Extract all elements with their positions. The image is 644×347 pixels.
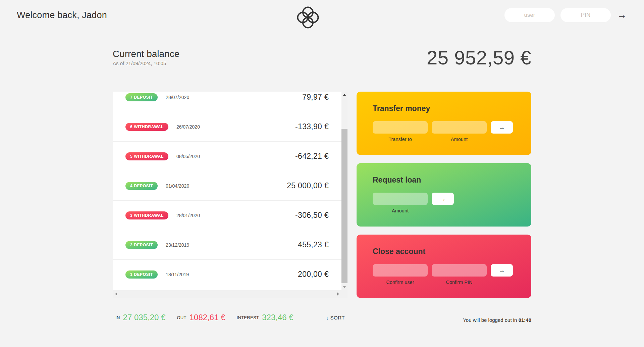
movement-date: 18/11/2019 [166,272,189,277]
bank-logo-icon [297,6,319,29]
loan-title: Request loan [373,176,515,185]
transfer-title: Transfer money [373,104,515,113]
movement-amount: -133,90 € [295,122,329,131]
movement-type-badge: 2 DEPOSIT [125,241,158,249]
login-user-input[interactable] [504,8,555,22]
app-main: Current balance As of 21/09/2024, 10:05 … [113,42,531,323]
close-pin-label: Confirm PIN [446,280,473,285]
summary-in-label: IN [115,315,120,320]
close-pin-input[interactable] [432,264,487,277]
login-form: → [504,8,627,22]
loan-submit-button[interactable]: → [432,193,454,205]
movement-type-badge: 4 DEPOSIT [125,182,158,190]
logout-timer: You will be logged out in 01:40 [357,317,531,323]
movement-row: 3 WITHDRAWAL 28/01/2020 -306,50 € [113,201,341,230]
scrollbar-corner [341,290,347,298]
movement-amount: 455,23 € [298,240,329,249]
summary-interest-value: 323,46 € [262,313,293,322]
movement-amount: -642,21 € [295,152,329,161]
summary-interest: INTEREST 323,46 € [237,313,293,322]
logout-timer-text: You will be logged out in [463,317,518,323]
movement-type-badge: 6 WITHDRAWAL [125,123,168,131]
transfer-to-input[interactable] [373,121,428,134]
movements-column: 7 DEPOSIT 28/07/2020 79,97 € 6 WITHDRAWA… [113,92,347,322]
transfer-form: Transfer to Amount → [373,121,515,142]
vertical-scrollbar[interactable] [341,92,347,290]
scroll-left-icon[interactable] [115,292,117,296]
movement-date: 01/04/2020 [166,183,189,189]
movement-type-badge: 5 WITHDRAWAL [125,152,168,160]
transfer-amount-label: Amount [451,137,468,142]
balance-value: 25 952,59 € [427,46,531,69]
close-user-label: Confirm user [386,280,414,285]
movement-date: 08/05/2020 [176,154,200,159]
movement-row: 6 WITHDRAWAL 26/07/2020 -133,90 € [113,112,341,142]
movement-date: 23/12/2019 [166,242,189,248]
summary-out-label: OUT [177,315,186,320]
summary-out-value: 1082,61 € [190,313,225,322]
movements-list: 7 DEPOSIT 28/07/2020 79,97 € 6 WITHDRAWA… [113,92,341,289]
transfer-submit-button[interactable]: → [491,121,513,134]
summary-in: IN 27 035,20 € [115,313,165,322]
transfer-money-card: Transfer money Transfer to Amount → [357,92,531,155]
movement-date: 26/07/2020 [176,124,200,130]
movement-amount: 79,97 € [302,93,329,102]
movement-amount: -306,50 € [295,211,329,220]
balance-label: Current balance [113,49,179,59]
login-arrow-button[interactable]: → [616,10,627,20]
logout-timer-value: 01:40 [519,317,531,323]
loan-amount-input[interactable] [373,193,428,205]
transfer-amount-input[interactable] [432,121,487,134]
scroll-up-icon[interactable] [343,94,346,96]
movement-date: 28/07/2020 [166,95,189,100]
movement-row: 1 DEPOSIT 18/11/2019 200,00 € [113,260,341,289]
top-navigation: Welcome back, Jadon → [0,0,644,30]
movement-row: 4 DEPOSIT 01/04/2020 25 000,00 € [113,171,341,201]
movement-type-badge: 3 WITHDRAWAL [125,211,168,219]
sort-button[interactable]: ↓ SORT [326,315,345,320]
movement-type-badge: 7 DEPOSIT [125,93,158,101]
movement-row: 7 DEPOSIT 28/07/2020 79,97 € [113,92,341,112]
movement-amount: 25 000,00 € [287,181,329,190]
operations-column: Transfer money Transfer to Amount → Requ… [357,92,531,323]
summary-in-value: 27 035,20 € [123,313,166,322]
vertical-scrollbar-thumb[interactable] [341,129,347,283]
summary-bar: IN 27 035,20 € OUT 1082,61 € INTEREST 32… [113,313,347,322]
horizontal-scrollbar[interactable] [113,290,341,298]
close-title: Close account [373,247,515,256]
movement-amount: 200,00 € [298,270,329,279]
movement-row: 2 DEPOSIT 23/12/2019 455,23 € [113,230,341,260]
summary-out: OUT 1082,61 € [177,313,225,322]
close-account-card: Close account Confirm user Confirm PIN → [357,235,531,298]
summary-interest-label: INTEREST [237,315,259,320]
movement-row: 5 WITHDRAWAL 08/05/2020 -642,21 € [113,142,341,171]
close-form: Confirm user Confirm PIN → [373,264,515,285]
close-submit-button[interactable]: → [491,264,513,277]
scroll-down-icon[interactable] [343,286,346,288]
request-loan-card: Request loan Amount → [357,163,531,227]
movement-date: 28/01/2020 [176,213,200,218]
loan-amount-label: Amount [392,208,409,213]
movements-panel: 7 DEPOSIT 28/07/2020 79,97 € 6 WITHDRAWA… [113,92,347,298]
movements-viewport: 7 DEPOSIT 28/07/2020 79,97 € 6 WITHDRAWA… [113,92,341,290]
movement-type-badge: 1 DEPOSIT [125,270,158,279]
close-user-input[interactable] [373,264,428,277]
loan-form: Amount → [373,193,515,213]
balance-section: Current balance As of 21/09/2024, 10:05 … [113,42,531,72]
login-pin-input[interactable] [560,8,611,22]
scroll-right-icon[interactable] [337,292,339,296]
welcome-message: Welcome back, Jadon [17,10,107,20]
balance-date: As of 21/09/2024, 10:05 [113,60,179,66]
transfer-to-label: Transfer to [388,137,412,142]
